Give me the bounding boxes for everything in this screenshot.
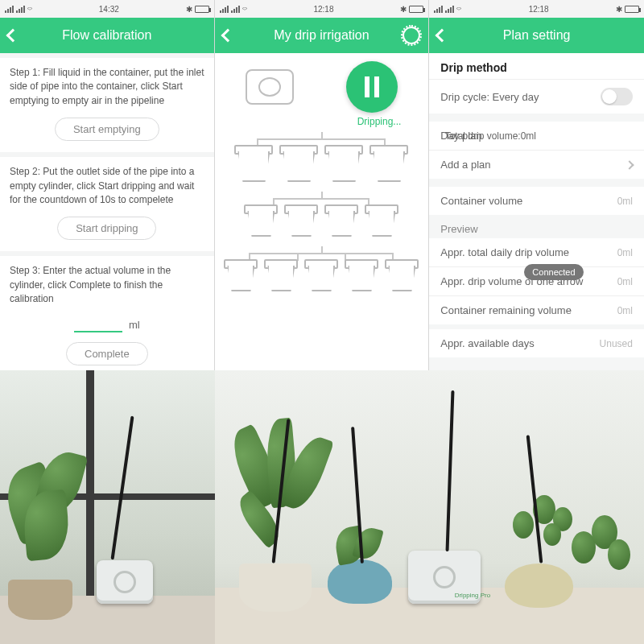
- connected-toast: Connected: [524, 264, 583, 280]
- signal-icon: [16, 6, 25, 13]
- page-title: My drip irrigation: [274, 28, 369, 43]
- drip-cycle-row[interactable]: Drip cycle: Every day: [429, 79, 644, 114]
- irrigation-tree: [220, 132, 424, 299]
- container-volume-row[interactable]: Container volume 0ml: [429, 187, 644, 215]
- battery-icon: [195, 6, 209, 13]
- pot-icon: [303, 259, 340, 291]
- page-title: Flow calibration: [62, 28, 151, 43]
- screen-my-drip-irrigation: ⌔ 12:18 ✱ My drip irrigation Dripping...: [215, 0, 430, 370]
- pump-icon: [246, 69, 294, 105]
- screen-plan-setting: ⌔ 12:18 ✱ Plan setting Drip method Drip …: [429, 0, 644, 370]
- gear-icon: [402, 27, 420, 44]
- step-3-card: Step 3: Enter the actual volume in the c…: [0, 256, 214, 370]
- pot-icon: [363, 204, 400, 237]
- clock: 14:32: [99, 5, 119, 14]
- clock: 12:18: [529, 5, 549, 14]
- step-1-text: Step 1: Fill liquid in the container, pu…: [10, 66, 204, 108]
- drip-cycle-toggle[interactable]: [601, 88, 633, 105]
- volume-input[interactable]: [74, 318, 122, 332]
- device-brand-label: Dripping Pro: [455, 592, 490, 599]
- navbar: My drip irrigation: [215, 18, 429, 53]
- start-emptying-button[interactable]: Start emptying: [55, 118, 159, 141]
- container-volume-value: 0ml: [617, 196, 633, 207]
- wifi-icon: ⌔: [242, 5, 247, 14]
- product-photo-right: Dripping Pro: [215, 370, 644, 644]
- navbar: Flow calibration: [0, 18, 214, 53]
- signal-icon: [5, 6, 14, 13]
- add-plan-label: Add a plan: [440, 159, 490, 171]
- pause-bar-icon: [365, 76, 369, 97]
- signal-icon: [220, 6, 229, 13]
- clock: 12:18: [313, 5, 333, 14]
- bluetooth-icon: ✱: [400, 5, 407, 14]
- back-button[interactable]: [8, 18, 18, 53]
- pot-icon: [283, 204, 320, 237]
- battery-icon: [625, 6, 639, 13]
- preview-value: 0ml: [617, 276, 633, 287]
- page-title: Plan setting: [503, 28, 571, 43]
- chevron-right-icon: [625, 160, 634, 169]
- preview-label: Appr. available days: [440, 337, 534, 349]
- back-button[interactable]: [437, 18, 447, 53]
- dripping-status: Dripping...: [220, 116, 402, 127]
- step-3-text: Step 3: Enter the actual volume in the c…: [10, 264, 204, 306]
- pot-icon: [323, 145, 365, 182]
- battery-icon: [409, 6, 423, 13]
- add-plan-row[interactable]: Add a plan: [429, 150, 644, 179]
- wifi-icon: ⌔: [456, 5, 461, 14]
- signal-icon: [445, 6, 454, 13]
- signal-icon: [434, 6, 443, 13]
- bluetooth-icon: ✱: [186, 5, 192, 14]
- preview-row: Appr. total daily drip volume 0ml: [429, 238, 644, 266]
- bluetooth-icon: ✱: [616, 5, 622, 14]
- preview-label: Appr. total daily drip volume: [440, 246, 569, 258]
- step-1-card: Step 1: Fill liquid in the container, pu…: [0, 58, 214, 152]
- ml-unit: ml: [129, 318, 140, 333]
- settings-button[interactable]: [402, 18, 420, 53]
- pause-button[interactable]: [346, 61, 398, 113]
- start-dripping-button[interactable]: Start dripping: [57, 217, 156, 240]
- drip-cycle-label: Drip cycle: Every day: [440, 91, 539, 103]
- status-bar: ⌔ 12:18 ✱: [429, 0, 644, 18]
- pot-icon: [368, 145, 410, 182]
- pot-icon: [278, 145, 320, 182]
- drip-method-heading: Drip method: [429, 53, 644, 79]
- complete-button[interactable]: Complete: [66, 342, 148, 365]
- status-bar: ⌔ 14:32 ✱: [0, 0, 214, 18]
- pot-icon: [383, 259, 420, 291]
- chevron-left-icon: [221, 29, 234, 43]
- pot-icon: [233, 145, 275, 182]
- chevron-left-icon: [6, 29, 20, 43]
- navbar: Plan setting: [429, 18, 644, 53]
- pot-icon: [222, 259, 259, 291]
- product-photo-left: [0, 370, 215, 644]
- wifi-icon: ⌔: [27, 5, 32, 14]
- day-plan-row: Day plan Total drip volume:0ml: [429, 122, 644, 150]
- preview-row: Appr. available days Unused: [429, 329, 644, 357]
- step-2-text: Step 2: Put the outlet side of the pipe …: [10, 165, 204, 207]
- signal-icon: [231, 6, 240, 13]
- pot-icon: [323, 204, 360, 237]
- pot-icon: [343, 259, 380, 291]
- preview-value: Unused: [600, 338, 633, 349]
- chevron-left-icon: [436, 29, 449, 43]
- pause-bar-icon: [374, 76, 379, 97]
- back-button[interactable]: [223, 18, 233, 53]
- preview-row: Container remaining volume 0ml: [429, 295, 644, 324]
- screen-flow-calibration: ⌔ 14:32 ✱ Flow calibration Step 1: Fill …: [0, 0, 215, 370]
- pot-icon: [262, 259, 299, 291]
- pot-icon: [242, 204, 279, 237]
- preview-value: 0ml: [617, 305, 633, 316]
- container-volume-label: Container volume: [440, 195, 522, 207]
- step-2-card: Step 2: Put the outlet side of the pipe …: [0, 157, 214, 251]
- status-bar: ⌔ 12:18 ✱: [215, 0, 429, 18]
- preview-label: Container remaining volume: [440, 304, 572, 316]
- preview-value: 0ml: [617, 247, 633, 258]
- preview-heading: Preview: [429, 215, 644, 238]
- day-plan-value: Total drip volume:0ml: [434, 130, 633, 142]
